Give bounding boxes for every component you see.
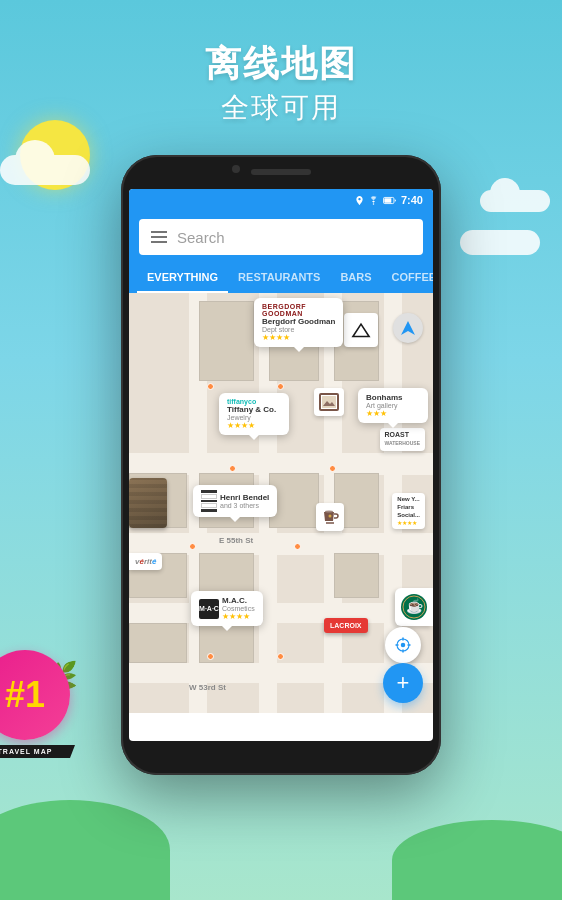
marker-ny-stars: ★★★★ xyxy=(397,519,420,526)
marker-starbucks[interactable]: ☕ xyxy=(395,588,433,626)
phone-speaker xyxy=(251,169,311,175)
cloud-decoration-1 xyxy=(0,155,90,185)
marker-verite[interactable]: vérité xyxy=(129,553,162,570)
battery-status-icon xyxy=(383,196,397,205)
marker-art-frame[interactable] xyxy=(314,388,344,416)
phone-device: 7:40 Search EVERYTHING RESTAURANTS BARS … xyxy=(121,155,441,775)
lacroix-label: LACROIX xyxy=(330,622,362,629)
mac-logo-bg: M·A·C xyxy=(199,599,219,619)
marker-henribendel-row: Henri Bendel and 3 others xyxy=(201,490,269,512)
starbucks-icon: ☕ xyxy=(400,593,428,621)
search-input-box[interactable]: Search xyxy=(139,219,423,255)
dot-marker-1 xyxy=(207,383,214,390)
search-bar-container: Search xyxy=(129,211,433,263)
art-frame-icon xyxy=(319,393,339,411)
status-icons: 7:40 xyxy=(355,194,423,206)
marker-mac-stars: ★★★★ xyxy=(222,612,255,621)
map-area[interactable]: BERGDORFGOODMAN Bergdorf Goodman Dept st… xyxy=(129,293,433,713)
marker-tiffany-brand: tiffanyco xyxy=(227,398,281,405)
marker-bonhams-type: Art gallery xyxy=(366,402,420,409)
marker-ny-travel-label: New Y...FriarsSocial... xyxy=(397,496,420,519)
marker-bergdorf-logo: BERGDORFGOODMAN xyxy=(262,303,335,317)
armani-logo-icon xyxy=(350,321,372,339)
marker-mac-type: Cosmetics xyxy=(222,605,255,612)
dot-marker-2 xyxy=(277,383,284,390)
mac-logo-text: M·A·C xyxy=(199,605,219,612)
location-crosshair-icon xyxy=(394,636,412,654)
phone-camera xyxy=(232,165,240,173)
dot-marker-4 xyxy=(229,465,236,472)
building-thumbnail xyxy=(129,478,167,528)
marker-roast[interactable]: ROASTWATERHOUSE xyxy=(380,428,425,451)
svg-point-6 xyxy=(325,511,333,513)
block-11 xyxy=(129,623,187,663)
tab-everything[interactable]: EVERYTHING xyxy=(137,263,228,293)
marker-lacroix[interactable]: LACROIX xyxy=(324,618,368,633)
marker-mac[interactable]: M·A·C M.A.C. Cosmetics ★★★★ xyxy=(191,591,263,626)
marker-roast-label: ROASTWATERHOUSE xyxy=(385,431,420,448)
dot-marker-7 xyxy=(207,653,214,660)
svg-point-7 xyxy=(329,515,332,518)
street-label-53rd: W 53rd St xyxy=(189,683,226,692)
travel-badge: 🌿 🌿 #1 TRAVEL MAP xyxy=(0,640,80,750)
block-1 xyxy=(199,301,254,381)
hills-decoration xyxy=(0,780,562,900)
svg-point-0 xyxy=(373,203,374,204)
marker-verite-label: vérité xyxy=(135,557,156,566)
cloud-decoration-3 xyxy=(460,230,540,255)
dot-marker-8 xyxy=(277,653,284,660)
street-label-55th: E 55th St xyxy=(219,536,253,545)
fab-icon: + xyxy=(397,672,410,694)
hill-right xyxy=(392,820,562,900)
mac-details: M.A.C. Cosmetics ★★★★ xyxy=(222,596,255,621)
marker-mac-name: M.A.C. xyxy=(222,596,255,605)
status-bar: 7:40 xyxy=(129,189,433,211)
marker-bonhams-stars: ★★★ xyxy=(366,409,420,418)
marker-henribendel[interactable]: Henri Bendel and 3 others xyxy=(193,485,277,517)
marker-bonhams[interactable]: Bonhams Art gallery ★★★ xyxy=(358,388,428,423)
marker-navigation[interactable] xyxy=(393,313,423,343)
marker-bonhams-name: Bonhams xyxy=(366,393,420,402)
marker-tiffany-type: Jewelry xyxy=(227,414,281,421)
dot-marker-5 xyxy=(294,543,301,550)
marker-henribendel-name: Henri Bendel xyxy=(220,493,269,502)
marker-armani[interactable] xyxy=(344,313,378,347)
svg-rect-2 xyxy=(384,198,391,202)
badge-container: 🌿 🌿 #1 TRAVEL MAP xyxy=(0,640,90,750)
filter-tabs: EVERYTHING RESTAURANTS BARS COFFEE xyxy=(129,263,433,293)
navigation-arrow-icon xyxy=(400,320,416,336)
hamburger-menu[interactable] xyxy=(151,231,167,243)
svg-marker-3 xyxy=(401,321,415,335)
svg-rect-5 xyxy=(322,396,336,408)
search-placeholder: Search xyxy=(177,229,411,246)
marker-bergdorf-name: Bergdorf Goodman xyxy=(262,317,335,326)
marker-ny-travel[interactable]: New Y...FriarsSocial... ★★★★ xyxy=(392,493,425,529)
dot-marker-3 xyxy=(329,465,336,472)
title-area: 离线地图 全球可用 xyxy=(0,40,562,127)
title-sub: 全球可用 xyxy=(0,89,562,127)
henribendel-stripes xyxy=(201,490,217,512)
phone-screen: 7:40 Search EVERYTHING RESTAURANTS BARS … xyxy=(129,189,433,741)
marker-tiffany[interactable]: tiffanyco Tiffany & Co. Jewelry ★★★★ xyxy=(219,393,289,435)
marker-mac-row: M·A·C M.A.C. Cosmetics ★★★★ xyxy=(199,596,255,621)
hill-left xyxy=(0,800,170,900)
tab-restaurants[interactable]: RESTAURANTS xyxy=(228,263,330,293)
tab-coffee[interactable]: COFFEE xyxy=(382,263,433,293)
coffee-cup-icon xyxy=(321,508,339,526)
marker-coffee-cup[interactable] xyxy=(316,503,344,531)
location-status-icon xyxy=(355,196,364,205)
marker-tiffany-stars: ★★★★ xyxy=(227,421,281,430)
marker-bergdorf-type: Dept store xyxy=(262,326,335,333)
badge-number: #1 xyxy=(5,677,45,713)
marker-bergdorf[interactable]: BERGDORFGOODMAN Bergdorf Goodman Dept st… xyxy=(254,298,343,347)
location-button[interactable] xyxy=(385,627,421,663)
tab-bars[interactable]: BARS xyxy=(330,263,381,293)
title-main: 离线地图 xyxy=(0,40,562,89)
wifi-status-icon xyxy=(368,196,379,205)
marker-bergdorf-stars: ★★★★ xyxy=(262,333,335,342)
henribendel-text: Henri Bendel and 3 others xyxy=(220,493,269,509)
marker-tiffany-name: Tiffany & Co. xyxy=(227,405,281,414)
status-time: 7:40 xyxy=(401,194,423,206)
fab-add-button[interactable]: + xyxy=(383,663,423,703)
svg-text:☕: ☕ xyxy=(406,598,424,615)
